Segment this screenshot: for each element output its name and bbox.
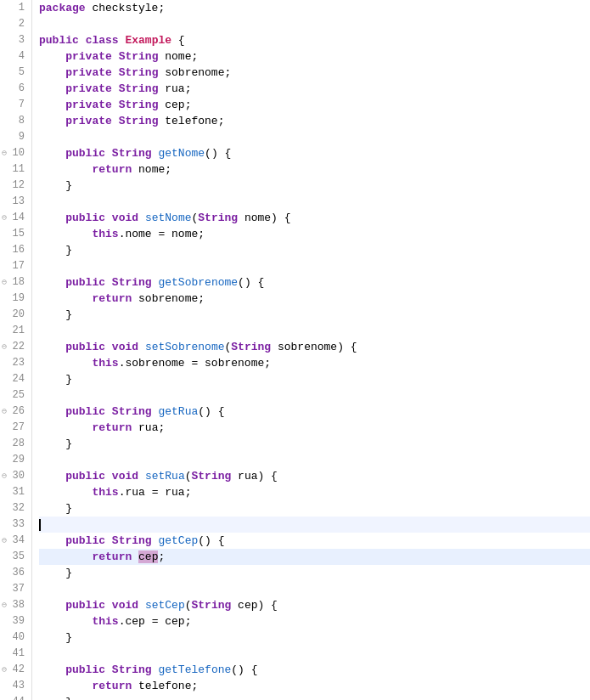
fold-icon-38[interactable]: ⊖ [2, 597, 7, 613]
gutter-line-13: 13 [3, 194, 28, 210]
gutter-line-37: 37 [3, 581, 28, 597]
gutter-line-29: 29 [3, 452, 28, 468]
line-number-35: 35 [13, 549, 25, 565]
gutter-line-17: 17 [3, 258, 28, 274]
code-line-44: } [39, 694, 590, 700]
fold-icon-18[interactable]: ⊖ [2, 274, 7, 291]
line-number-6: 6 [19, 81, 25, 97]
gutter-line-4: 4 [3, 48, 28, 65]
code-line-43: return telefone; [39, 678, 590, 694]
code-line-34: public String getCep() { [39, 533, 590, 549]
code-line-11: return nome; [39, 161, 590, 178]
code-line-31: this.rua = rua; [39, 484, 590, 500]
gutter-line-25: 25 [3, 387, 28, 404]
line-number-18: 18 [13, 274, 25, 291]
gutter-line-32: 32 [3, 500, 28, 517]
code-line-15: this.nome = nome; [39, 226, 590, 242]
code-line-21 [39, 323, 590, 339]
fold-icon-26[interactable]: ⊖ [2, 404, 7, 420]
gutter-line-6: 6 [3, 81, 28, 97]
code-line-20: } [39, 307, 590, 323]
line-number-10: 10 [13, 145, 25, 161]
line-number-21: 21 [13, 323, 25, 339]
code-content[interactable]: package checkstyle;public class Example … [32, 0, 590, 700]
line-number-2: 2 [19, 16, 25, 32]
line-number-7: 7 [19, 97, 25, 113]
gutter-line-42: 42⊖ [3, 662, 28, 678]
code-line-17 [39, 258, 590, 274]
gutter-line-8: 8 [3, 113, 28, 129]
code-line-9 [39, 129, 590, 145]
fold-icon-22[interactable]: ⊖ [2, 339, 7, 355]
gutter-line-3: 3 [3, 32, 28, 48]
line-number-37: 37 [13, 581, 25, 597]
code-line-2 [39, 16, 590, 32]
line-number-20: 20 [13, 307, 25, 323]
gutter-line-23: 23 [3, 355, 28, 371]
gutter-line-34: 34⊖ [3, 533, 28, 549]
gutter-line-19: 19 [3, 291, 28, 307]
line-number-13: 13 [13, 194, 25, 210]
line-number-4: 4 [19, 48, 25, 65]
gutter-line-33: 33 [3, 517, 28, 533]
line-number-34: 34 [13, 533, 25, 549]
line-number-5: 5 [19, 65, 25, 81]
line-number-22: 22 [13, 339, 25, 355]
code-line-5: private String sobrenome; [39, 65, 590, 81]
gutter-line-16: 16 [3, 242, 28, 258]
line-number-38: 38 [13, 597, 25, 613]
line-number-39: 39 [13, 613, 25, 629]
code-line-7: private String cep; [39, 97, 590, 113]
gutter-line-1: 1 [3, 0, 28, 16]
gutter-line-26: 26⊖ [3, 404, 28, 420]
line-number-43: 43 [13, 678, 25, 694]
line-number-32: 32 [13, 500, 25, 517]
gutter-line-44: 44 [3, 694, 28, 700]
gutter-line-14: 14⊖ [3, 210, 28, 226]
fold-icon-14[interactable]: ⊖ [2, 210, 7, 226]
code-line-4: private String nome; [39, 48, 590, 65]
fold-icon-34[interactable]: ⊖ [2, 533, 7, 549]
line-number-27: 27 [13, 420, 25, 436]
code-line-16: } [39, 242, 590, 258]
gutter-line-43: 43 [3, 678, 28, 694]
gutter-line-31: 31 [3, 484, 28, 500]
gutter-line-11: 11 [3, 161, 28, 178]
line-number-31: 31 [13, 484, 25, 500]
code-line-25 [39, 387, 590, 404]
code-line-36: } [39, 565, 590, 581]
line-number-42: 42 [13, 662, 25, 678]
code-line-3: public class Example { [39, 32, 590, 48]
gutter-line-15: 15 [3, 226, 28, 242]
line-number-36: 36 [13, 565, 25, 581]
gutter-line-18: 18⊖ [3, 274, 28, 291]
line-number-28: 28 [13, 436, 25, 452]
code-line-37 [39, 581, 590, 597]
gutter-line-12: 12 [3, 178, 28, 194]
fold-icon-42[interactable]: ⊖ [2, 662, 7, 678]
gutter-line-38: 38⊖ [3, 597, 28, 613]
fold-icon-30[interactable]: ⊖ [2, 468, 7, 484]
line-number-29: 29 [13, 452, 25, 468]
code-line-30: public void setRua(String rua) { [39, 468, 590, 484]
gutter-line-27: 27 [3, 420, 28, 436]
code-line-13 [39, 194, 590, 210]
code-line-29 [39, 452, 590, 468]
line-number-15: 15 [13, 226, 25, 242]
gutter-line-41: 41 [3, 646, 28, 662]
line-number-40: 40 [13, 629, 25, 646]
gutter-line-30: 30⊖ [3, 468, 28, 484]
gutter-line-40: 40 [3, 629, 28, 646]
fold-icon-10[interactable]: ⊖ [2, 145, 7, 161]
gutter-line-20: 20 [3, 307, 28, 323]
line-number-8: 8 [19, 113, 25, 129]
line-number-30: 30 [13, 468, 25, 484]
code-line-6: private String rua; [39, 81, 590, 97]
gutter-line-39: 39 [3, 613, 28, 629]
code-line-23: this.sobrenome = sobrenome; [39, 355, 590, 371]
gutter-line-28: 28 [3, 436, 28, 452]
code-line-8: private String telefone; [39, 113, 590, 129]
gutter-line-35: 35 [3, 549, 28, 565]
gutter-line-36: 36 [3, 565, 28, 581]
gutter-line-5: 5 [3, 65, 28, 81]
